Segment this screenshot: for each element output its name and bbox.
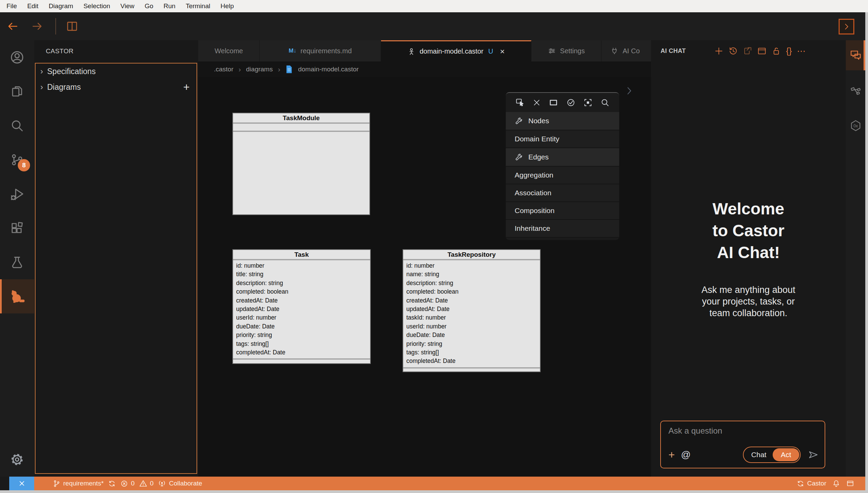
collaborate-status[interactable]: Collaborate [158,479,202,488]
more-actions-button[interactable]: ⋯ [797,47,805,55]
chat-mode-toggle[interactable]: Chat Act [743,447,801,463]
palette-section-edges[interactable]: Edges [506,148,619,167]
class-attribute: dueDate: Date [403,331,540,339]
right-bar-ai-chat[interactable] [846,40,865,70]
class-title: TaskModule [233,113,369,124]
class-attribute: tags: string[] [233,340,370,348]
activity-settings[interactable] [0,442,34,477]
class-attribute: priority: string [233,331,370,339]
menu-item[interactable]: View [115,0,139,12]
error-icon [120,480,128,488]
right-bar-hex[interactable]: 0x [846,111,865,141]
tree-item-diagrams[interactable]: › Diagrams + [36,79,196,95]
chat-actions: {} ⋯ [714,46,805,56]
class-attributes: id: numbername: stringdescription: strin… [403,260,540,368]
palette-item-domain-entity[interactable]: Domain Entity [506,130,619,148]
right-bar-hierarchy[interactable] [846,75,865,105]
warning-status[interactable]: 0 [139,479,154,488]
send-button[interactable] [808,450,818,460]
palette-item[interactable]: Composition [506,202,619,220]
sync-status[interactable] [108,480,116,488]
tab-domain-model[interactable]: domain-model.castor U × [381,40,531,61]
branch-status[interactable]: requirements* [53,480,104,488]
send-icon [808,450,818,460]
zoom-icon [600,98,610,107]
delete-tool[interactable] [532,98,541,107]
palette-item[interactable]: Aggregation [506,167,619,184]
palette-collapse-chevron[interactable] [624,86,634,96]
tab-settings[interactable]: Settings [531,40,601,61]
unlock-button[interactable] [772,46,781,56]
zoom-tool[interactable] [600,98,610,107]
breadcrumb: .castor › diagrams › domain-model.castor [198,61,651,77]
breadcrumb-folder[interactable]: diagrams [246,66,273,73]
wrench-icon [515,153,523,161]
marquee-tool[interactable] [549,98,558,107]
tree-item-specifications[interactable]: › Specifications [36,64,196,79]
focus-center-tool[interactable] [583,98,593,107]
collaborate-label: Collaborate [169,480,202,487]
toggle-panel-button[interactable] [839,19,854,34]
activity-extensions[interactable] [0,211,34,245]
tab-label: requirements.md [300,47,352,55]
class-node-taskrepository[interactable]: TaskRepository id: numbername: stringdes… [403,249,541,372]
palette-item[interactable]: Association [506,184,619,202]
status-bar: requirements* 0 0 Collaborate Castor [0,477,868,490]
diagram-canvas[interactable]: TaskModule Task id: numbertitle: stringd… [198,77,651,477]
menu-item[interactable]: Selection [78,0,115,12]
menu-item[interactable]: Run [159,0,181,12]
error-status[interactable]: 0 [120,480,135,488]
unlock-icon [772,46,781,56]
class-attributes: id: numbertitle: stringdescription: stri… [233,260,370,360]
menu-item[interactable]: Edit [22,0,44,12]
arrow-right-icon [31,20,43,32]
close-tab-button[interactable]: × [500,47,505,56]
tab-requirements[interactable]: M↓ requirements.md [260,40,381,61]
menu-item[interactable]: Help [215,0,239,12]
menu-item[interactable]: Diagram [43,0,78,12]
tool-palette: Nodes Domain Entity Edges AggregationAss… [506,92,619,240]
tab-ai-config[interactable]: AI Co [601,40,651,61]
menu-item[interactable]: File [1,0,22,12]
layout-button[interactable] [757,46,767,56]
remote-indicator[interactable] [9,477,34,490]
history-button[interactable] [729,46,738,56]
validate-tool[interactable] [566,98,575,107]
breadcrumb-file[interactable]: domain-model.castor [298,66,358,73]
select-cursor-tool[interactable] [515,98,525,107]
mention-button[interactable]: @ [681,450,691,460]
mode-chat-option[interactable]: Chat [745,451,772,459]
mode-act-option[interactable]: Act [773,448,799,461]
activity-testing[interactable] [0,245,34,279]
menu-item[interactable]: Terminal [180,0,215,12]
class-node-task[interactable]: Task id: numbertitle: stringdescription:… [232,249,371,364]
activity-account[interactable] [0,40,34,74]
palette-section-nodes[interactable]: Nodes [506,112,619,130]
palette-item[interactable]: Inheritance [506,220,619,238]
menu-bar: FileEditDiagramSelectionViewGoRunTermina… [0,0,868,12]
breadcrumb-root[interactable]: .castor [214,66,233,73]
braces-button[interactable]: {} [786,47,792,55]
new-chat-button[interactable] [714,46,723,56]
panel-layout-button[interactable] [846,479,854,488]
menu-item[interactable]: Go [139,0,158,12]
castor-sync-status[interactable]: Castor [797,480,826,488]
forward-button[interactable] [29,18,45,34]
activity-castor[interactable] [0,279,34,313]
activity-source-control[interactable]: 8 [0,143,34,177]
split-editor-button[interactable] [64,18,80,34]
panel-icon [846,479,854,488]
chat-question-input[interactable] [668,426,818,436]
class-attribute: completedAt: Date [233,348,370,357]
export-note-button[interactable] [743,46,752,56]
attach-button[interactable]: + [668,449,675,460]
status-bar-left: requirements* 0 0 Collaborate [53,477,202,490]
notifications-button[interactable] [832,479,840,488]
class-body [233,360,370,363]
activity-search[interactable] [0,109,34,143]
back-button[interactable] [5,18,21,34]
class-node-taskmodule[interactable]: TaskModule [232,113,370,215]
tab-welcome[interactable]: Welcome [198,40,260,61]
activity-run-debug[interactable] [0,177,34,211]
activity-explorer[interactable] [0,74,34,109]
